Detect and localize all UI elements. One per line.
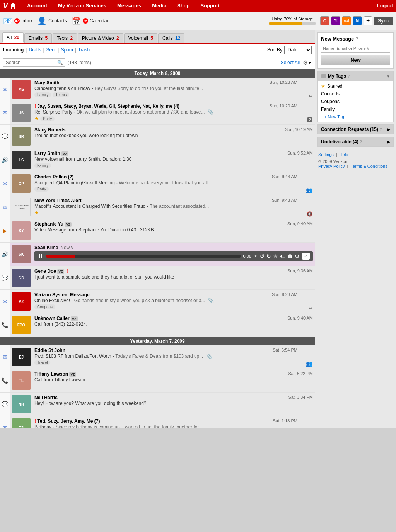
pause-button[interactable]: ⏸ (38, 253, 44, 260)
help-link[interactable]: Help (340, 152, 348, 157)
new-message-button[interactable]: New (321, 55, 390, 65)
message-item[interactable]: ✉ TJ ! Ted, Suzy, Jerry, Amy, Me (7) Sat… (0, 416, 315, 428)
voice-progress-bar[interactable] (46, 255, 241, 258)
message-item[interactable]: 💬 SR Stacy Roberts Sun, 10:19 AM I found… (0, 125, 315, 148)
message-item[interactable]: ✉ The New York Times New York Times Aler… (0, 195, 315, 219)
recipient-input[interactable] (321, 44, 390, 53)
urgent-icon: ! (34, 104, 36, 109)
add-account-button[interactable]: + (364, 16, 372, 25)
storage-label: Using 70% of Storage (269, 17, 316, 21)
sync-button[interactable]: Sync (374, 17, 393, 25)
message-list-container[interactable]: Today, March 8, 2009 ✉ MS Mary Smith Sun… (0, 69, 315, 428)
nav-my-verizon[interactable]: My Verizon Services (53, 0, 112, 12)
tab-picture-video[interactable]: Picture & Video 2 (78, 33, 123, 43)
message-content: Mary Smith Sun, 10:23 AM Cancelling tenn… (32, 78, 299, 101)
subfolder-incoming[interactable]: Incoming (3, 47, 24, 53)
subfolder-spam[interactable]: Spam (61, 47, 73, 53)
subfolder-sent[interactable]: Sent (46, 47, 56, 53)
search-input[interactable] (3, 58, 65, 67)
help-icon[interactable]: ? (360, 140, 362, 144)
subfolder-drafts[interactable]: Drafts (29, 47, 41, 53)
undeliverable-header[interactable]: Undeliverable (4) ? ▶ (318, 137, 393, 146)
rewind-icon[interactable]: ↺ (260, 253, 265, 259)
avatar: TL (12, 371, 31, 390)
contacts-label: Contacts (48, 18, 67, 24)
close-player-icon[interactable]: ✕ (254, 253, 258, 259)
chevron-down-icon[interactable]: ▼ (308, 61, 312, 65)
help-icon[interactable]: ? (379, 127, 382, 132)
inbox-label: Inbox (21, 18, 32, 24)
aol-icon[interactable]: aol (342, 16, 351, 25)
header-bar: 📧 47 Inbox 👤 Contacts 📅 25 Calendar Usin… (0, 12, 396, 30)
message-item[interactable]: ✉ MS Mary Smith Sun, 10:23 AM Cancelling… (0, 78, 315, 101)
message-subject: I just went to a sample sale and they ha… (34, 274, 313, 280)
message-item-playing[interactable]: 🔊 SK Sean Kline New v ⏸ 0:08 (0, 243, 315, 266)
msn-icon[interactable]: M (353, 16, 362, 25)
message-item[interactable]: ✉ JS ! Jay, Susan, Stacy, Bryan, Wade, G… (0, 101, 315, 125)
message-item[interactable]: 💬 GD Gene Doe VZ ! Sun, 9:36 AM I just w… (0, 266, 315, 290)
connection-requests-header[interactable]: Connection Requests (15) ? ▶ (318, 125, 393, 134)
tab-calls[interactable]: Calls 12 (158, 33, 184, 43)
star-icon[interactable]: ★ (273, 253, 278, 259)
nav-account[interactable]: Account (22, 0, 53, 12)
message-item[interactable]: ✉ VZ Verizon System Message Sun, 9:23 AM… (0, 290, 315, 313)
checkmark-icon[interactable]: ✓ (302, 253, 310, 260)
tab-texts[interactable]: Texts 2 (53, 33, 77, 43)
terms-conditions-link[interactable]: Terms & Conditions (350, 164, 387, 168)
trash-icon[interactable]: 🗑 (287, 253, 293, 259)
sort-select[interactable]: Date Sender Subject (284, 46, 312, 54)
list-item[interactable]: Coupons (321, 98, 390, 105)
message-type-icon: ✉ (0, 345, 10, 369)
settings-link[interactable]: Settings (318, 152, 334, 157)
message-item[interactable]: 📞 FPO Unknown Caller VZ Sun, 9:40 AM Cal… (0, 313, 315, 337)
help-icon[interactable]: ? (348, 74, 350, 78)
avatar: JS (12, 104, 31, 122)
tag-icon[interactable]: 🏷 (280, 253, 285, 259)
message-item[interactable]: ✉ EJ Eddie St John Sat, 6:54 PM Fwd: $10… (0, 345, 315, 369)
chevron-down-icon[interactable]: ▼ (386, 74, 390, 78)
nav-media[interactable]: Media (147, 0, 172, 12)
settings-icon[interactable]: ⚙ (295, 253, 300, 259)
tab-voicemail[interactable]: Voicemail 5 (124, 33, 157, 43)
calendar-link[interactable]: 📅 25 Calendar (72, 16, 109, 25)
list-item[interactable]: ★ Starred (321, 82, 390, 90)
list-item[interactable]: Family (321, 105, 390, 113)
avatar: LS (12, 151, 31, 169)
new-tag-link[interactable]: + New Tag (321, 113, 390, 120)
attachment-icon: 📎 (208, 298, 214, 303)
message-sender: Sean Kline (34, 245, 58, 250)
help-icon[interactable]: ? (356, 37, 358, 41)
tab-emails[interactable]: Emails 5 (24, 33, 52, 43)
list-item[interactable]: Concerts (321, 90, 390, 98)
tag-badge: Tennis (53, 92, 69, 97)
tag-label: Starred (327, 83, 342, 89)
message-time: Sun, 9:23 AM (272, 292, 297, 297)
contacts-icon: 👤 (37, 16, 47, 25)
nav-shop[interactable]: Shop (172, 0, 195, 12)
star-icon: ★ (321, 83, 325, 89)
header-icons: 📧 47 Inbox 👤 Contacts 📅 25 Calendar (3, 16, 108, 25)
message-item[interactable]: ▶ SY Stephanie Yu VZ Sun, 9:40 AM Video … (0, 219, 315, 243)
yahoo-icon[interactable]: Y! (331, 16, 340, 25)
message-item[interactable]: 💬 NH Neil Harris Sat, 3:34 PM Hey! How a… (0, 393, 315, 416)
forward-icon[interactable]: ↻ (266, 253, 271, 259)
logout-link[interactable]: Logout (377, 3, 393, 8)
chevron-right-icon[interactable]: ▶ (387, 127, 390, 132)
tags-header[interactable]: My Tags ? ▼ (318, 71, 393, 81)
select-all-link[interactable]: Select All (281, 60, 300, 65)
privacy-policy-link[interactable]: Privacy Policy (318, 164, 345, 168)
nav-messages[interactable]: Messages (112, 0, 147, 12)
message-item[interactable]: ✉ CP Charles Pollan (2) Sun, 9:43 AM Acc… (0, 172, 315, 195)
search-icon[interactable]: 🔍 (57, 60, 63, 65)
tab-all[interactable]: All 20 (2, 32, 24, 43)
subfolder-trash[interactable]: Trash (78, 47, 90, 53)
nav-support[interactable]: Support (195, 0, 225, 12)
contacts-link[interactable]: 👤 Contacts (37, 16, 67, 25)
message-item[interactable]: 🔊 LS Larry Smith VZ Sun, 9:52 AM New voi… (0, 148, 315, 172)
chevron-right-icon[interactable]: ▶ (387, 139, 390, 144)
home-icon[interactable] (9, 2, 17, 10)
gear-icon[interactable]: ⚙ (303, 59, 308, 66)
inbox-link[interactable]: 📧 47 Inbox (3, 16, 32, 25)
message-item[interactable]: 📞 TL Tiffany Lawson VZ Sat, 5:22 PM Call… (0, 369, 315, 393)
google-icon[interactable]: G (320, 16, 329, 25)
